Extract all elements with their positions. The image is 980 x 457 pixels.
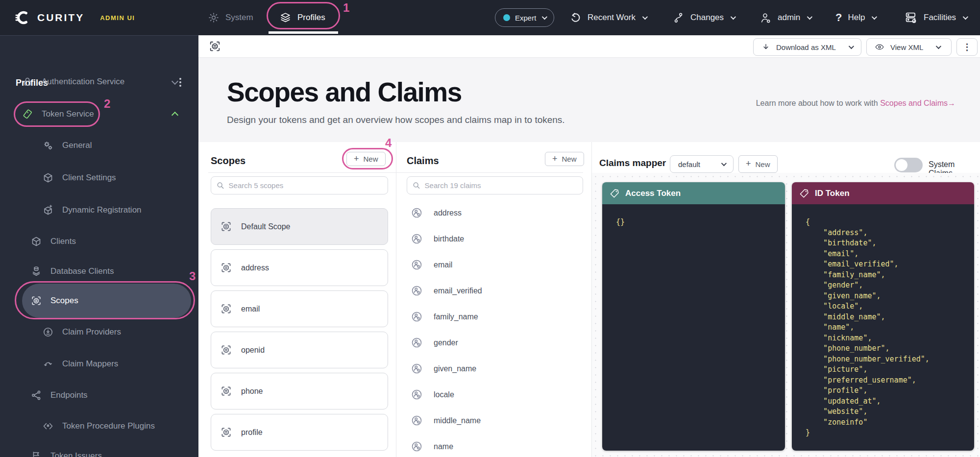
changes-label: Changes	[690, 13, 724, 23]
scopes-search-input[interactable]	[229, 181, 383, 190]
claim-item-name[interactable]: name	[407, 433, 583, 457]
system-claims-toggle[interactable]	[894, 158, 923, 172]
claim-item-middle_name[interactable]: middle_name	[407, 408, 583, 433]
new-claim-button[interactable]: + New	[545, 152, 584, 166]
learn-more-text: Learn more about how to work with Scopes…	[756, 99, 956, 108]
help-menu[interactable]: ? Help	[835, 0, 876, 35]
claims-list: addressbirthdateemailemail_verifiedfamil…	[407, 200, 583, 457]
tab-profiles[interactable]: Profiles	[279, 0, 325, 35]
claim-item-email_verified[interactable]: email_verified	[407, 278, 583, 304]
scope-icon	[208, 40, 221, 53]
id-token-panel: ID Token { "address", "birthdate", "emai…	[792, 182, 974, 451]
changes-menu[interactable]: Changes	[672, 0, 735, 35]
claim-item-email[interactable]: email	[407, 252, 583, 278]
brand: CURITY ADMIN UI	[15, 0, 135, 35]
sidebar-item-endpoints[interactable]: Endpoints	[30, 386, 88, 404]
download-as-xml-button[interactable]: Download as XML	[753, 38, 861, 56]
learn-more-link[interactable]: Scopes and Claims→	[880, 99, 956, 107]
new-scope-button[interactable]: + New	[346, 152, 386, 166]
scopes-search	[211, 176, 388, 194]
sidebar-item-scopes[interactable]: Scopes	[30, 292, 78, 310]
toggle-knob	[896, 159, 907, 171]
new-claims-mapper-button[interactable]: + New	[738, 155, 778, 173]
top-bar: CURITY ADMIN UI System Profiles Expert R…	[0, 0, 980, 35]
scope-card-profile[interactable]: profile	[211, 414, 388, 451]
facilities-menu[interactable]: Facilities	[904, 0, 967, 35]
claims-search	[407, 176, 583, 194]
column-divider	[396, 142, 396, 457]
claim-item-given_name[interactable]: given_name	[407, 356, 583, 382]
scopes-heading: Scopes	[211, 155, 245, 167]
claim-item-address[interactable]: address	[407, 200, 583, 226]
scope-card-phone[interactable]: phone	[211, 373, 388, 409]
recent-work-menu[interactable]: Recent Work	[569, 0, 646, 35]
chevron-up-icon[interactable]	[172, 112, 178, 119]
claims-mapper-selected-value: default	[678, 160, 700, 168]
sidebar-item-general[interactable]: General	[42, 137, 92, 154]
claim-item-gender[interactable]: gender	[407, 330, 583, 356]
claim-icon	[411, 337, 423, 349]
sidebar-item-clients[interactable]: Clients	[30, 233, 76, 250]
download-circle-icon	[42, 326, 54, 338]
sidebar-item-claim-mappers[interactable]: Claim Mappers	[42, 355, 118, 373]
id-token-panel-header: ID Token	[792, 182, 974, 204]
claim-icon	[411, 259, 423, 271]
sidebar-item-dynamic-registration[interactable]: Dynamic Registration	[42, 201, 142, 219]
eye-icon	[875, 42, 884, 52]
claim-item-label: given_name	[434, 364, 476, 373]
sidebar-item-label: Dynamic Registration	[62, 205, 142, 215]
sidebar-item-database-clients[interactable]: Database Clients	[30, 263, 114, 280]
expert-mode-badge[interactable]: Expert	[495, 0, 554, 35]
claims-search-input[interactable]	[425, 181, 578, 190]
claims-heading: Claims	[407, 155, 439, 167]
download-icon	[761, 43, 770, 51]
tab-system-label: System	[225, 13, 253, 23]
sidebar-item-label: Token Procedure Plugins	[62, 421, 155, 431]
user-menu[interactable]: admin	[760, 0, 811, 35]
tab-profiles-label: Profiles	[297, 13, 325, 23]
view-xml-button[interactable]: View XML	[866, 38, 952, 56]
claim-item-birthdate[interactable]: birthdate	[407, 226, 583, 252]
ticket-icon	[22, 108, 33, 120]
page-title: Scopes and Claims	[227, 76, 462, 108]
chevron-down-icon	[807, 14, 812, 20]
sidebar-item-client-settings[interactable]: Client Settings	[42, 169, 116, 187]
scope-icon	[220, 426, 232, 438]
chevron-down-icon	[936, 44, 941, 49]
claim-icon	[411, 207, 423, 219]
claim-item-label: gender	[434, 338, 458, 347]
sidebar-item-claim-providers[interactable]: Claim Providers	[42, 323, 121, 341]
scope-card-label: openid	[241, 346, 265, 355]
scope-icon	[220, 344, 232, 356]
sidebar-item-authentication-service[interactable]: Authentication Service	[22, 73, 124, 91]
scope-card-openid[interactable]: openid	[211, 332, 388, 368]
claim-item-locale[interactable]: locale	[407, 382, 583, 408]
sidebar-item-label: Clients	[50, 237, 76, 246]
page-toolbar: Download as XML View XML ⋮	[198, 35, 980, 58]
tab-system[interactable]: System	[208, 0, 253, 35]
search-icon	[216, 181, 225, 190]
scope-card-email[interactable]: email	[211, 290, 388, 327]
scope-icon	[220, 262, 232, 274]
sidebar-item-label: Database Clients	[50, 266, 114, 276]
scope-icon	[220, 303, 232, 315]
access-token-panel: Access Token {}	[602, 182, 785, 451]
swap-icon	[42, 358, 54, 370]
claim-item-label: email_verified	[434, 287, 482, 295]
toolbar-kebab-button[interactable]: ⋮	[956, 38, 978, 56]
scopes-list: Default Scopeaddressemailopenidphoneprof…	[211, 208, 388, 455]
claims-mapper-heading: Claims mapper	[599, 158, 666, 168]
sidebar-item-token-procedure-plugins[interactable]: Token Procedure Plugins	[42, 417, 155, 435]
cube-icon	[42, 172, 54, 184]
sidebar-item-token-issuers[interactable]: Token Issuers	[30, 447, 102, 457]
claim-icon	[411, 414, 423, 427]
claim-item-family_name[interactable]: family_name	[407, 304, 583, 330]
view-xml-label: View XML	[890, 43, 923, 51]
sidebar-item-token-service[interactable]: Token Service	[22, 105, 94, 123]
scope-card-default-scope[interactable]: Default Scope	[211, 208, 388, 245]
chevron-down-icon	[731, 14, 736, 20]
chevron-down-icon	[721, 161, 727, 166]
claims-mapper-select[interactable]: default	[670, 155, 734, 173]
id-token-content: { "address", "birthdate", "email", "emai…	[792, 204, 974, 451]
scope-card-address[interactable]: address	[211, 249, 388, 286]
